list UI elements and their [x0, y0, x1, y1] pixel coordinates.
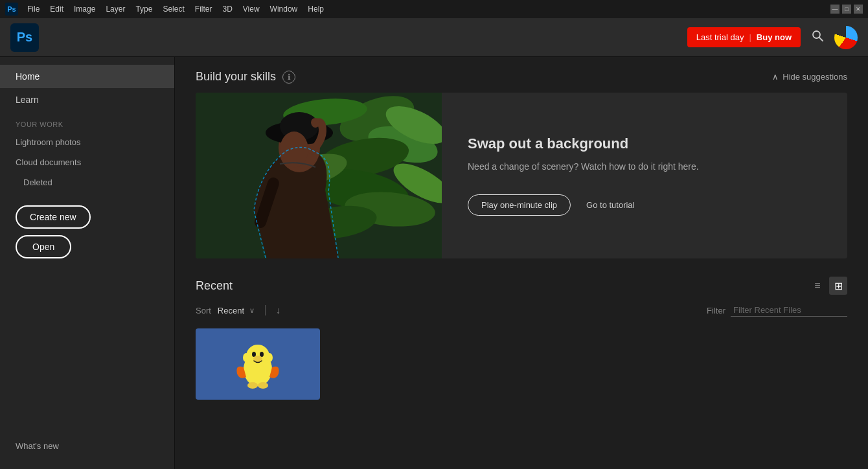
main-area: Home Learn YOUR WORK Lightroom photos Cl…	[0, 57, 868, 469]
hide-suggestions-button[interactable]: ∧ Hide suggestions	[772, 72, 847, 82]
app-logo: Ps	[10, 23, 39, 52]
filter-label: Filter	[707, 306, 725, 315]
recent-header: Recent ≡ ⊞	[196, 277, 847, 295]
sidebar-actions: Create new Open	[0, 192, 174, 271]
menu-layer[interactable]: Layer	[100, 0, 130, 18]
ps-logo-small: Ps	[5, 3, 18, 16]
skills-card: Swap out a background Need a change of s…	[196, 93, 847, 258]
maximize-button[interactable]: □	[842, 5, 851, 14]
sort-select[interactable]: Recent ∨	[218, 306, 255, 315]
sidebar-item-lightroom[interactable]: Lightroom photos	[0, 132, 174, 152]
sort-bar: Sort Recent ∨ ↓ Filter	[196, 304, 847, 317]
go-tutorial-link[interactable]: Go to tutorial	[586, 200, 634, 210]
close-button[interactable]: ✕	[854, 5, 863, 14]
open-button[interactable]: Open	[16, 235, 71, 258]
chevron-up-icon: ∧	[772, 72, 779, 82]
avatar[interactable]	[834, 26, 858, 49]
menu-bar: Ps File Edit Image Layer Type Select Fil…	[5, 0, 329, 18]
skills-image-svg	[196, 93, 442, 258]
minimize-button[interactable]: —	[830, 5, 839, 14]
info-icon[interactable]: ℹ	[282, 71, 295, 84]
play-clip-button[interactable]: Play one-minute clip	[468, 194, 571, 216]
sort-chevron-icon: ∨	[249, 306, 255, 315]
svg-point-25	[247, 382, 258, 389]
filter-area: Filter	[707, 304, 847, 317]
grid-view-button[interactable]: ⊞	[829, 277, 847, 295]
sort-label: Sort	[196, 306, 211, 315]
svg-point-0	[813, 31, 820, 38]
sort-selected: Recent	[218, 306, 244, 315]
sidebar-section-label: YOUR WORK	[0, 111, 174, 132]
menu-window[interactable]: Window	[265, 0, 303, 18]
sidebar-item-cloud[interactable]: Cloud documents	[0, 152, 174, 172]
menu-type[interactable]: Type	[130, 0, 157, 18]
menu-file[interactable]: File	[22, 0, 45, 18]
menu-select[interactable]: Select	[157, 0, 189, 18]
grid-icon: ⊞	[834, 280, 843, 292]
menu-filter[interactable]: Filter	[190, 0, 218, 18]
arrow-down-icon: ↓	[276, 305, 280, 315]
skill-description: Need a change of scenery? Watch how to d…	[468, 160, 727, 174]
menu-help[interactable]: Help	[303, 0, 329, 18]
svg-point-23	[260, 352, 264, 357]
svg-line-1	[819, 38, 823, 41]
appbar-right: Last trial day | Buy now	[687, 26, 858, 49]
trial-button[interactable]: Last trial day | Buy now	[687, 27, 801, 47]
sidebar-item-whats-new[interactable]: What's new	[16, 437, 159, 455]
skills-image	[196, 93, 442, 258]
buy-now-link[interactable]: Buy now	[757, 32, 792, 42]
menu-edit[interactable]: Edit	[45, 0, 69, 18]
list-view-button[interactable]: ≡	[808, 277, 827, 295]
skills-title: Build your skills	[196, 70, 276, 84]
skills-title-area: Build your skills ℹ	[196, 70, 295, 84]
sort-order-button[interactable]: ↓	[276, 305, 280, 315]
create-new-button[interactable]: Create new	[16, 205, 91, 229]
appbar-left: Ps	[10, 23, 44, 52]
svg-point-17	[311, 118, 320, 127]
file-thumbnail	[196, 328, 320, 400]
sidebar-item-deleted[interactable]: Deleted	[0, 172, 174, 192]
skills-content: Swap out a background Need a change of s…	[442, 93, 847, 258]
search-button[interactable]	[811, 29, 824, 45]
svg-point-20	[243, 353, 249, 362]
search-icon	[811, 29, 824, 42]
sidebar-item-learn[interactable]: Learn	[0, 88, 174, 111]
skills-header: Build your skills ℹ ∧ Hide suggestions	[196, 70, 847, 84]
menu-3d[interactable]: 3D	[217, 0, 237, 18]
skill-title: Swap out a background	[468, 135, 821, 152]
sidebar: Home Learn YOUR WORK Lightroom photos Cl…	[0, 57, 175, 469]
view-toggles: ≡ ⊞	[808, 277, 847, 295]
svg-point-26	[258, 382, 268, 389]
trial-label: Last trial day	[696, 32, 744, 42]
recent-title: Recent	[196, 279, 233, 293]
svg-point-22	[252, 352, 256, 357]
app-bar: Ps Last trial day | Buy now	[0, 18, 868, 57]
recent-files	[196, 328, 847, 400]
menu-image[interactable]: Image	[69, 0, 100, 18]
file-logo-svg	[232, 338, 284, 390]
content-area: Build your skills ℹ ∧ Hide suggestions	[175, 57, 868, 469]
list-icon: ≡	[814, 280, 820, 292]
sidebar-bottom: What's new	[0, 431, 174, 461]
title-bar: Ps File Edit Image Layer Type Select Fil…	[0, 0, 868, 18]
sidebar-item-home[interactable]: Home	[0, 65, 174, 88]
window-controls: — □ ✕	[830, 5, 863, 14]
sort-divider	[265, 305, 266, 315]
skill-actions: Play one-minute clip Go to tutorial	[468, 194, 821, 216]
hide-label: Hide suggestions	[782, 72, 847, 82]
filter-input[interactable]	[731, 304, 847, 317]
svg-point-21	[266, 353, 273, 362]
file-card[interactable]	[196, 328, 320, 400]
menu-view[interactable]: View	[238, 0, 265, 18]
